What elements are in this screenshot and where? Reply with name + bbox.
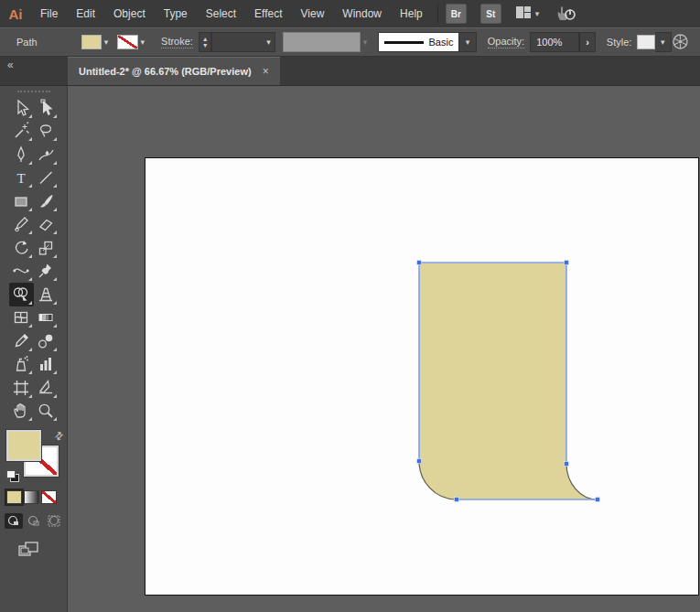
draw-inside-button[interactable]: [45, 513, 63, 529]
fill-stroke-indicator: ⇄: [6, 430, 61, 478]
width-tool[interactable]: [9, 260, 34, 284]
curvature-tool[interactable]: [34, 143, 59, 166]
shaper-tool[interactable]: [9, 213, 34, 237]
brush-dropdown-chevron[interactable]: ▾: [459, 32, 476, 52]
draw-normal-button[interactable]: [5, 513, 23, 529]
slice-tool[interactable]: [34, 376, 59, 400]
pen-tool[interactable]: [9, 143, 34, 166]
stroke-color-swatch[interactable]: [117, 35, 137, 49]
blend-tool[interactable]: [34, 329, 59, 353]
change-screen-mode-icon[interactable]: [18, 542, 67, 561]
gradient-icon: [37, 308, 55, 327]
eyedropper-icon: [12, 332, 30, 350]
brush-stroke-preview: [384, 41, 423, 44]
slice-icon: [37, 379, 55, 397]
pen-icon: [12, 145, 30, 164]
opacity-label[interactable]: Opacity:: [488, 36, 524, 48]
menu-view[interactable]: View: [292, 0, 334, 27]
eyedropper-tool[interactable]: [9, 329, 34, 353]
hand-tool[interactable]: [9, 400, 34, 424]
mesh-tool[interactable]: [9, 306, 34, 330]
scale-tool[interactable]: [34, 236, 59, 260]
symbol-sprayer-tool[interactable]: [9, 353, 34, 377]
shaper-icon: [12, 215, 30, 233]
eraser-tool[interactable]: [34, 213, 59, 237]
brush-name: Basic: [429, 37, 454, 48]
anchor-point: [565, 462, 569, 467]
column-graph-tool[interactable]: [34, 353, 59, 377]
document-tab-title: Untitled-2* @ 66.67% (RGB/Preview): [79, 66, 252, 77]
bridge-button[interactable]: Br: [446, 4, 467, 24]
fill-color-swatch[interactable]: [81, 35, 102, 49]
scale-icon: [37, 239, 55, 257]
default-fill-stroke-icon[interactable]: [6, 470, 19, 481]
none-button[interactable]: [41, 490, 57, 504]
menu-select[interactable]: Select: [197, 0, 245, 27]
rectangle-tool[interactable]: [9, 189, 34, 213]
color-button[interactable]: [6, 490, 22, 504]
opacity-input[interactable]: 100%: [530, 32, 579, 52]
type-tool[interactable]: T: [9, 166, 34, 190]
panel-grip[interactable]: [17, 91, 50, 92]
direct-selection-icon: [37, 99, 55, 117]
free-transform-icon: [37, 262, 55, 280]
opacity-value: 100%: [536, 37, 562, 48]
curvature-icon: [37, 145, 55, 164]
free-transform-tool[interactable]: [34, 260, 59, 284]
chevron-down-icon[interactable]: ▾: [141, 38, 145, 47]
workspace-switcher[interactable]: ▾: [515, 5, 540, 22]
brush-definition-field[interactable]: Basic: [378, 32, 459, 52]
menu-edit[interactable]: Edit: [67, 0, 104, 27]
anchor-point: [417, 261, 422, 265]
workspace-layout-icon: [515, 5, 532, 22]
style-dropdown-chevron[interactable]: ▾: [655, 32, 672, 52]
menu-window[interactable]: Window: [333, 0, 391, 27]
stock-button[interactable]: St: [480, 4, 501, 24]
rotate-tool[interactable]: [9, 236, 34, 260]
gradient-button[interactable]: [24, 490, 39, 504]
zoom-icon: [37, 402, 55, 420]
document-tab[interactable]: Untitled-2* @ 66.67% (RGB/Preview) ×: [68, 57, 280, 85]
gradient-tool[interactable]: [34, 306, 59, 330]
stroke-weight-label[interactable]: Stroke:: [161, 36, 193, 48]
menu-help[interactable]: Help: [391, 0, 432, 27]
svg-text:T: T: [16, 171, 25, 186]
selection-type-label: Path: [16, 37, 52, 48]
collapse-panels-icon[interactable]: «: [0, 57, 68, 85]
lasso-tool[interactable]: [34, 120, 59, 144]
tab-close-icon[interactable]: ×: [263, 65, 269, 78]
zoom-tool[interactable]: [34, 400, 59, 424]
graphic-style-swatch[interactable]: [637, 35, 654, 49]
menu-type[interactable]: Type: [155, 0, 197, 27]
mesh-icon: [12, 308, 30, 327]
swap-fill-stroke-icon[interactable]: ⇄: [52, 429, 67, 444]
draw-behind-button[interactable]: [25, 513, 43, 529]
stroke-weight-dropdown[interactable]: ▾: [211, 32, 275, 52]
magic-wand-icon: [12, 122, 30, 140]
chevron-down-icon[interactable]: ▾: [104, 38, 109, 47]
menubar-divider: [437, 5, 438, 23]
line-segment-tool[interactable]: [34, 166, 59, 190]
paintbrush-tool[interactable]: [34, 189, 59, 213]
recolor-artwork-icon[interactable]: [672, 33, 689, 52]
opacity-options-button[interactable]: ›: [579, 32, 595, 52]
illustrator-logo: Ai: [0, 6, 31, 22]
direct-selection-tool[interactable]: [34, 96, 59, 120]
stroke-weight-stepper[interactable]: ▲▼: [199, 32, 212, 52]
artboard-tool[interactable]: [9, 376, 34, 400]
menu-object[interactable]: Object: [104, 0, 155, 27]
shape-fill: [419, 263, 598, 499]
menu-file[interactable]: File: [31, 0, 67, 27]
shape-builder-tool[interactable]: [9, 283, 34, 306]
selected-shape[interactable]: [68, 86, 700, 612]
menu-effect[interactable]: Effect: [245, 0, 291, 27]
selection-tool[interactable]: [9, 96, 34, 120]
stepper-up-icon[interactable]: ▲: [202, 36, 209, 42]
magic-wand-tool[interactable]: [9, 120, 34, 144]
artboard-icon: [12, 379, 30, 397]
perspective-grid-tool[interactable]: [34, 283, 59, 306]
canvas-area[interactable]: [68, 86, 700, 612]
touch-workspace-toggle[interactable]: [555, 4, 577, 25]
stepper-down-icon[interactable]: ▼: [202, 42, 209, 48]
fill-indicator[interactable]: [6, 430, 41, 461]
